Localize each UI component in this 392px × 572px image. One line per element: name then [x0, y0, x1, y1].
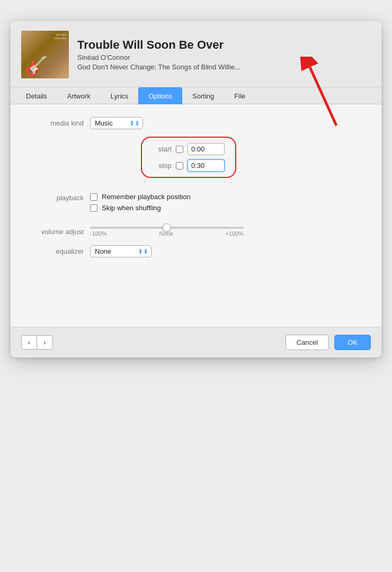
stop-checkbox[interactable] [176, 162, 183, 169]
media-kind-select-wrapper: Music Movie TV Show Audiobook Podcast ⬆⬇ [90, 117, 143, 129]
equalizer-row: equalizer None Acoustic Bass Booster Cla… [26, 245, 366, 257]
remember-playback-checkbox[interactable] [90, 193, 97, 201]
equalizer-select[interactable]: None Acoustic Bass Booster Classical Dan… [90, 245, 152, 257]
dialog-footer: ‹ › Cancel OK [11, 327, 381, 358]
prev-button[interactable]: ‹ [21, 335, 37, 350]
stop-input[interactable] [188, 159, 225, 172]
start-label: start [153, 145, 172, 153]
start-checkbox[interactable] [176, 146, 183, 153]
media-kind-label: media kind [26, 119, 90, 127]
media-kind-row: media kind Music Movie TV Show Audiobook… [26, 117, 366, 129]
remember-playback-label: Remember playback position [102, 193, 191, 201]
start-input[interactable] [188, 143, 225, 155]
start-row: start [153, 143, 225, 155]
nav-buttons: ‹ › [21, 335, 53, 350]
cancel-button[interactable]: Cancel [286, 335, 329, 350]
song-info-dialog: 🎸 last night,miles away··············· T… [11, 21, 381, 358]
tab-details[interactable]: Details [16, 87, 57, 104]
playback-group: Remember playback position Skip when shu… [90, 193, 191, 212]
stop-row: stop [153, 159, 225, 172]
start-stop-group: start stop [141, 137, 236, 178]
volume-slider[interactable] [90, 227, 244, 229]
album-art: 🎸 last night,miles away··············· [21, 31, 69, 78]
skip-shuffling-row: Skip when shuffling [90, 204, 191, 212]
stop-label: stop [153, 162, 172, 169]
dialog-header: 🎸 last night,miles away··············· T… [11, 21, 381, 87]
media-kind-select[interactable]: Music Movie TV Show Audiobook Podcast [90, 117, 143, 129]
volume-ticks: -100% None +100% [90, 230, 244, 237]
skip-shuffling-checkbox[interactable] [90, 204, 97, 212]
remember-playback-row: Remember playback position [90, 193, 191, 201]
volume-min-label: -100% [90, 230, 107, 237]
equalizer-label: equalizer [26, 247, 90, 255]
next-button[interactable]: › [37, 335, 52, 350]
volume-label: volume adjust [26, 228, 90, 236]
start-stop-section: start stop [26, 137, 366, 185]
options-content: media kind Music Movie TV Show Audiobook… [11, 104, 381, 327]
tab-options[interactable]: Options [138, 87, 182, 104]
action-buttons: Cancel OK [286, 335, 371, 350]
volume-row: volume adjust -100% None +100% [26, 227, 366, 238]
tab-sorting[interactable]: Sorting [182, 87, 224, 104]
track-info: Trouble Will Soon Be Over Sinéad O'Conno… [77, 38, 240, 71]
playback-section: playback Remember playback position Skip… [26, 193, 366, 219]
tab-lyrics[interactable]: Lyrics [101, 87, 138, 104]
tab-bar: Details Artwork Lyrics Options Sorting F… [11, 87, 381, 104]
ok-button[interactable]: OK [334, 335, 371, 350]
skip-shuffling-label: Skip when shuffling [102, 204, 161, 212]
volume-slider-section: -100% None +100% [90, 227, 244, 237]
volume-none-label: None [159, 230, 173, 237]
volume-max-label: +100% [225, 230, 244, 237]
track-title: Trouble Will Soon Be Over [77, 38, 240, 52]
tab-artwork[interactable]: Artwork [57, 87, 101, 104]
tab-file[interactable]: File [224, 87, 255, 104]
playback-label: playback [26, 193, 90, 202]
track-album: God Don't Never Change: The Songs of Bli… [77, 63, 240, 71]
track-artist: Sinéad O'Connor [77, 53, 240, 61]
equalizer-select-wrapper: None Acoustic Bass Booster Classical Dan… [90, 245, 152, 257]
